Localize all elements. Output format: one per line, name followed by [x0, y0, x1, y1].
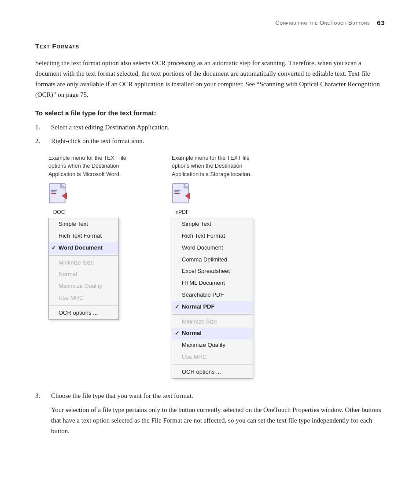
- menu-divider-1a: [49, 255, 118, 256]
- step-2-num: 2.: [35, 136, 45, 146]
- page-number: 63: [377, 18, 385, 28]
- svg-rect-13: [174, 191, 179, 192]
- steps-list: 1. Select a text editing Destination App…: [35, 122, 385, 147]
- step3-area: 3. Choose the file type that you want fo…: [35, 391, 385, 436]
- ctx-menu-col2: Simple Text Rich Text Format Word Docume…: [172, 218, 253, 378]
- step-1: 1. Select a text editing Destination App…: [35, 122, 385, 132]
- step-3-num: 3.: [35, 391, 45, 401]
- doc-label-col1: DOC: [53, 208, 65, 217]
- caption-col1: Example menu for the TEXT file options w…: [48, 154, 145, 178]
- menu-item-html-doc-2[interactable]: HTML Document: [172, 277, 253, 289]
- illustration-col1: Example menu for the TEXT file options w…: [48, 154, 145, 319]
- page-header: Configuring the OneTouch Buttons 63: [35, 18, 385, 28]
- step-3-follow-text: Your selection of a file type pertains o…: [51, 405, 385, 436]
- menu-divider-2b: [172, 364, 253, 365]
- menu-item-comma-delimited-2[interactable]: Comma Delimited: [172, 254, 253, 266]
- menu-item-normal-1: Normal: [49, 269, 118, 280]
- menu-item-word-doc-2[interactable]: Word Document: [172, 242, 253, 254]
- menu-item-use-mrc-2: Use MRC: [172, 351, 253, 363]
- menu-item-normal-2[interactable]: Normal: [172, 327, 253, 339]
- step-3-text: Choose the file type that you want for t…: [51, 391, 193, 401]
- page: Configuring the OneTouch Buttons 63 Text…: [0, 0, 420, 463]
- menu-divider-1b: [49, 305, 118, 306]
- menu-item-normal-pdf-2[interactable]: Normal PDF: [172, 301, 253, 313]
- section-title: Text Formats: [35, 41, 385, 51]
- menu-item-use-mrc-1: Use MRC: [49, 292, 118, 304]
- step-1-text: Select a text editing Destination Applic…: [51, 122, 169, 132]
- illustration-col2: Example menu for the TEXT file options w…: [172, 154, 269, 378]
- step-1-num: 1.: [35, 122, 45, 132]
- step-3-row: 3. Choose the file type that you want fo…: [35, 391, 385, 401]
- illustration-area: Example menu for the TEXT file options w…: [48, 154, 385, 378]
- menu-item-rtf-2[interactable]: Rich Text Format: [172, 230, 253, 242]
- step-2-text: Right-click on the text format icon.: [51, 136, 144, 146]
- menu-item-simple-text-1[interactable]: Simple Text: [49, 218, 118, 230]
- doc-icon-wrap-col1: DOC: [48, 183, 70, 217]
- menu-item-word-doc-1[interactable]: Word Document: [49, 242, 118, 254]
- ctx-menu-col1: Simple Text Rich Text Format Word Docume…: [48, 218, 119, 319]
- doc-icon-col1: [48, 183, 70, 207]
- step-2: 2. Right-click on the text format icon.: [35, 136, 385, 146]
- svg-rect-14: [174, 193, 180, 194]
- svg-rect-6: [51, 193, 56, 194]
- menu-item-searchable-pdf-2[interactable]: Searchable PDF: [172, 289, 253, 301]
- menu-item-rtf-1[interactable]: Rich Text Format: [49, 230, 118, 242]
- svg-rect-4: [51, 190, 57, 191]
- doc-icon-wrap-col2: nPDF: [172, 183, 193, 217]
- menu-item-excel-spreadsheet-2[interactable]: Excel Spreadsheet: [172, 265, 253, 277]
- caption-col2: Example menu for the TEXT file options w…: [172, 154, 269, 178]
- doc-label-col2: nPDF: [176, 208, 189, 217]
- svg-rect-12: [174, 190, 181, 191]
- header-title: Configuring the OneTouch Buttons: [275, 18, 370, 27]
- menu-item-simple-text-2[interactable]: Simple Text: [172, 218, 253, 230]
- svg-rect-5: [51, 191, 55, 192]
- sub-heading: To select a file type for the text forma…: [35, 108, 385, 118]
- doc-icon-col2: [172, 183, 193, 207]
- body-paragraph: Selecting the text format option also se…: [35, 58, 385, 100]
- menu-divider-2a: [172, 314, 253, 315]
- menu-item-min-size-1: Minimize Size: [49, 257, 118, 269]
- menu-item-max-quality-1: Maximize Quality: [49, 280, 118, 292]
- menu-item-max-quality-2[interactable]: Maximize Quality: [172, 339, 253, 351]
- menu-item-ocr-options-2[interactable]: OCR options ...: [172, 366, 253, 378]
- menu-item-ocr-options-1[interactable]: OCR options ...: [49, 307, 118, 319]
- menu-item-min-size-2: Minimize Size: [172, 316, 253, 328]
